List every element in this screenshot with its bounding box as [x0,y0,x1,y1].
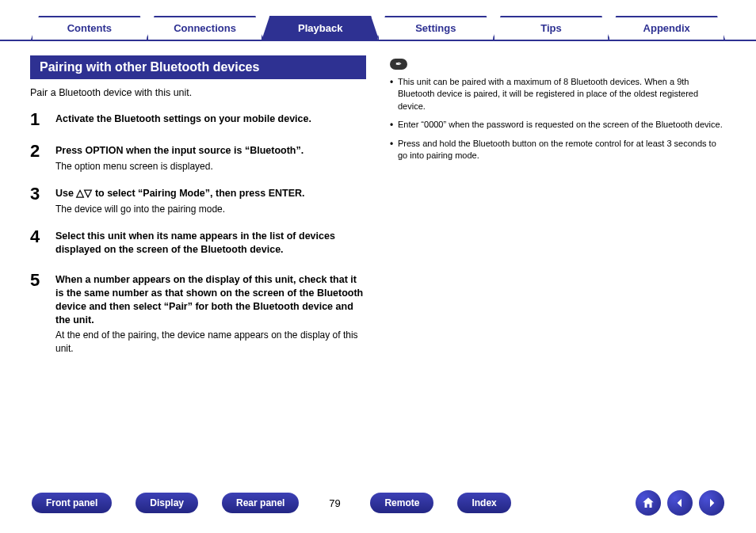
step-5: 5 When a number appears on the display o… [30,270,366,355]
tab-contents[interactable]: Contents [31,16,148,40]
step-number: 3 [30,184,44,215]
step-2: 2 Press OPTION when the input source is … [30,141,366,173]
content: Pairing with other Bluetooth devices Pai… [0,41,756,366]
remote-button[interactable]: Remote [370,493,433,513]
page-number: 79 [323,497,346,509]
note-item: Press and hold the Bluetooth button on t… [390,138,726,162]
left-column: Pairing with other Bluetooth devices Pai… [30,55,366,366]
step-heading: When a number appears on the display of … [55,273,366,327]
step-heading: Use △▽ to select “Pairing Mode”, then pr… [55,187,305,200]
next-icon[interactable] [699,490,724,516]
step-4: 4 Select this unit when its name appears… [30,227,366,259]
note-item: This unit can be paired with a maximum o… [390,76,726,112]
tab-connections[interactable]: Connections [147,16,264,40]
step-3: 3 Use △▽ to select “Pairing Mode”, then … [30,184,366,215]
step-detail: The option menu screen is displayed. [55,160,304,173]
home-icon[interactable] [636,490,661,516]
note-item: Enter “0000” when the password is reques… [390,119,726,131]
step-1: 1 Activate the Bluetooth settings on you… [30,109,366,130]
tab-settings[interactable]: Settings [377,16,494,40]
rear-panel-button[interactable]: Rear panel [222,493,299,513]
notes-list: This unit can be paired with a maximum o… [390,76,726,162]
prev-icon[interactable] [667,490,693,516]
top-nav: Contents Connections Playback Settings T… [0,0,756,41]
step-detail: At the end of the pairing, the device na… [55,329,366,354]
right-column: ✒ This unit can be paired with a maximum… [390,55,726,366]
nav-icons [636,490,724,516]
index-button[interactable]: Index [457,493,510,513]
step-number: 4 [30,227,44,259]
pencil-icon: ✒ [390,59,407,70]
step-heading: Press OPTION when the input source is “B… [55,144,304,158]
front-panel-button[interactable]: Front panel [32,493,112,513]
step-number: 1 [30,109,44,130]
bottom-nav: Front panel Display Rear panel 79 Remote… [0,490,756,516]
tab-appendix[interactable]: Appendix [608,16,725,40]
step-number: 2 [30,141,44,173]
section-title: Pairing with other Bluetooth devices [30,55,366,79]
step-heading: Select this unit when its name appears i… [55,230,366,257]
step-detail: The device will go into the pairing mode… [55,203,305,215]
step-heading: Activate the Bluetooth settings on your … [55,112,311,126]
step-number: 5 [30,270,44,355]
tab-playback[interactable]: Playback [262,16,379,40]
display-button[interactable]: Display [136,493,198,513]
intro-text: Pair a Bluetooth device with this unit. [30,87,366,98]
tab-tips[interactable]: Tips [493,16,610,40]
